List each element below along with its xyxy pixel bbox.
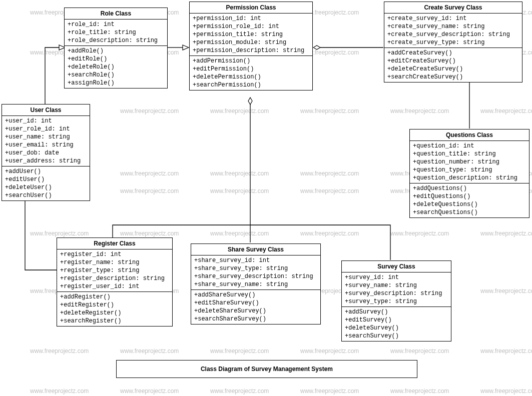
attr: +survey_name: string [345,282,448,290]
watermark-text: www.freeprojectz.com [120,108,179,114]
watermark-text: www.freeprojectz.com [120,188,179,194]
watermark-text: www.freeprojectz.com [390,108,449,114]
op: +deleteUser() [5,184,87,192]
watermark-text: www.freeprojectz.com [480,230,532,237]
attr: +create_survey_description: string [387,30,519,38]
class-ops: +addShareSurvey() +editShareSurvey() +de… [191,290,320,324]
attr: +create_survey_type: string [387,38,519,46]
watermark-text: www.freeprojectz.com [390,348,449,354]
attr: +create_survey_id: int [387,14,519,22]
class-ops: +addSurvey() +editSurvey() +deleteSurvey… [342,307,451,341]
attr: +user_role_id: int [5,125,87,133]
class-title: Questions Class [410,130,529,141]
watermark-text: www.freeprojectz.com [300,170,359,177]
attr: +register_user_id: int [60,282,169,290]
class-attrs: +register_id: int +register_name: string… [57,250,172,292]
op: +deleteRegister() [60,309,169,317]
op: +deleteRole() [68,63,164,71]
watermark-text: www.freeprojectz.com [480,288,532,294]
op: +searchPermission() [193,81,309,89]
op: +searchCreateSurvey() [387,73,519,81]
class-ops: +addQuestions() +editQuestions() +delete… [410,184,529,218]
watermark-text: www.freeprojectz.com [120,170,179,177]
op: +searchUser() [5,192,87,200]
class-permission: Permission Class +permission_id: int +pe… [189,2,313,90]
class-attrs: +share_survey_id: int +share_survey_type… [191,256,320,290]
op: +editShareSurvey() [194,299,317,307]
watermark-text: www.freeprojectz.com [210,188,269,194]
class-share-survey: Share Survey Class +share_survey_id: int… [191,244,321,324]
class-create-survey: Create Survey Class +create_survey_id: i… [384,2,522,82]
attr: +share_survey_id: int [194,256,317,264]
op: +deleteQuestions() [413,200,526,208]
op: +editSurvey() [345,316,448,324]
attr: +register_description: string [60,274,169,282]
class-attrs: +create_survey_id: int +create_survey_na… [384,14,522,48]
op: +addUser() [5,168,87,176]
op: +deleteSurvey() [345,324,448,332]
class-attrs: +survey_id: int +survey_name: string +su… [342,272,451,307]
class-questions: Questions Class +question_id: int +quest… [409,129,529,218]
attr: +survey_type: string [345,298,448,306]
op: +editQuestions() [413,192,526,200]
op: +addRole() [68,47,164,55]
class-title: Permission Class [190,2,312,14]
watermark-text: www.freeprojectz.com [30,348,89,354]
attr: +user_address: string [5,157,87,165]
attr: +create_survey_name: string [387,22,519,30]
attr: +user_email: string [5,141,87,149]
attr: +share_survey_name: string [194,280,317,288]
class-ops: +addRegister() +editRegister() +deleteRe… [57,292,172,326]
class-role: Role Class +role_id: int +role_title: st… [64,8,168,88]
class-title: Share Survey Class [191,244,320,256]
diagram-caption: Class Diagram of Survey Management Syste… [116,360,417,378]
op: +addCreateSurvey() [387,49,519,57]
class-attrs: +permission_id: int +permission_role_id:… [190,14,312,56]
class-user: User Class +user_id: int +user_role_id: … [2,104,90,201]
attr: +register_id: int [60,250,169,258]
attr: +user_name: string [5,133,87,141]
watermark-text: www.freeprojectz.com [300,108,359,114]
attr: +permission_id: int [193,14,309,22]
watermark-text: www.freeprojectz.com [480,348,532,354]
attr: +share_survey_description: string [194,272,317,280]
caption-text: Class Diagram of Survey Management Syste… [201,366,333,372]
op: +addPermission() [193,57,309,65]
attr: +register_type: string [60,266,169,274]
op: +addQuestions() [413,184,526,192]
attr: +permission_description: string [193,46,309,54]
attr: +share_survey_type: string [194,264,317,272]
watermark-text: www.freeprojectz.com [210,388,269,394]
watermark-text: www.freeprojectz.com [210,230,269,237]
watermark-text: www.freeprojectz.com [210,348,269,354]
attr: +permission_role_id: int [193,22,309,30]
class-ops: +addPermission() +editPermission() +dele… [190,56,312,90]
class-title: User Class [2,104,90,116]
op: +deleteShareSurvey() [194,307,317,315]
diagram-canvas: www.freeprojectz.comwww.freeprojectz.com… [0,0,532,396]
op: +searchQuestions() [413,208,526,216]
class-attrs: +role_id: int +role_title: string +role_… [65,20,167,46]
op: +searchRegister() [60,317,169,325]
class-title: Create Survey Class [384,2,522,14]
attr: +user_id: int [5,117,87,125]
class-ops: +addRole() +editRole() +deleteRole() +se… [65,46,167,88]
attr: +survey_description: string [345,290,448,298]
class-register: Register Class +register_id: int +regist… [57,238,173,326]
class-title: Register Class [57,238,172,250]
watermark-text: www.freeprojectz.com [120,348,179,354]
attr: +question_title: string [413,150,526,158]
class-attrs: +question_id: int +question_title: strin… [410,141,529,184]
op: +searchSurvey() [345,332,448,340]
watermark-text: www.freeprojectz.com [300,388,359,394]
attr: +register_name: string [60,258,169,266]
watermark-text: www.freeprojectz.com [390,230,449,237]
class-attrs: +user_id: int +user_role_id: int +user_n… [2,116,90,166]
op: +editRegister() [60,301,169,309]
attr: +survey_id: int [345,274,448,282]
op: +searchShareSurvey() [194,315,317,323]
attr: +role_description: string [68,36,164,44]
attr: +role_id: int [68,20,164,28]
watermark-text: www.freeprojectz.com [300,230,359,237]
watermark-text: www.freeprojectz.com [30,388,89,394]
